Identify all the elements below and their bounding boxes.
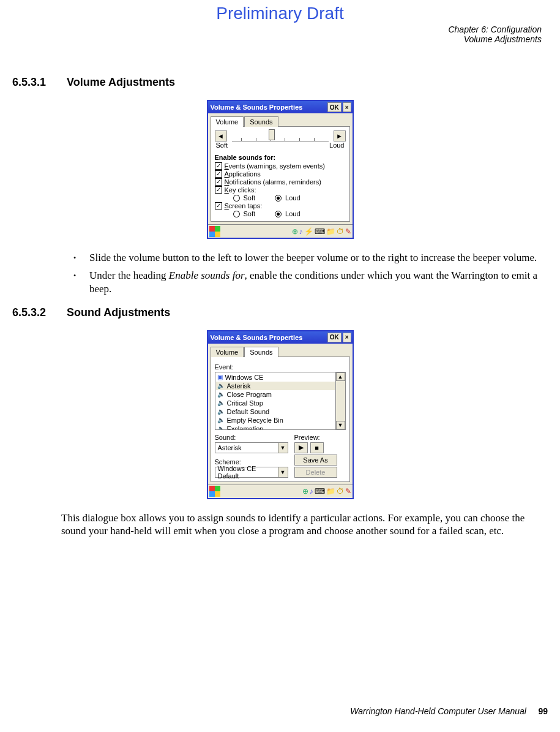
list-item-label: Asterisk bbox=[227, 382, 251, 390]
checkbox-taps-row[interactable]: ✓ Screen taps: bbox=[215, 202, 346, 209]
dialog-title-2: Volume & Sounds Properties bbox=[209, 334, 326, 341]
list-item[interactable]: 🔈Exclamation bbox=[216, 424, 335, 430]
program-icon: ▣ bbox=[217, 374, 223, 380]
tray-network-icon[interactable]: ⊕ bbox=[292, 227, 298, 236]
delete-button[interactable]: Delete bbox=[294, 467, 337, 478]
close-button[interactable]: × bbox=[343, 102, 351, 112]
tray-sound-icon[interactable]: ♪ bbox=[310, 487, 313, 496]
checkbox-events-label: Events (warnings, system events) bbox=[225, 162, 325, 170]
chevron-down-icon[interactable]: ▼ bbox=[278, 467, 288, 477]
tabs: Volume Sounds bbox=[208, 113, 353, 126]
checkbox-keys-row[interactable]: ✓ Key clicks: bbox=[215, 186, 346, 194]
bullet-2-text: Under the heading Enable sounds for, ena… bbox=[89, 270, 537, 294]
tray-clock-icon[interactable]: ⏱ bbox=[337, 227, 344, 236]
checkbox-taps[interactable]: ✓ bbox=[215, 202, 222, 209]
list-item[interactable]: 🔈Default Sound bbox=[216, 407, 335, 416]
event-listbox[interactable]: ▣Windows CE 🔈Asterisk 🔈Close Program 🔈Cr… bbox=[215, 372, 346, 430]
list-item[interactable]: 🔈Close Program bbox=[216, 390, 335, 399]
speaker-icon: 🔈 bbox=[217, 425, 225, 430]
list-item[interactable]: 🔈Empty Recycle Bin bbox=[216, 416, 335, 424]
bullet-1: • Slide the volume button to the left to… bbox=[73, 251, 548, 264]
system-tray[interactable]: ⊕ ♪ ⚡ ⌨ 📁 ⏱ ✎ bbox=[292, 227, 351, 236]
bullet-1-text: Slide the volume button to the left to l… bbox=[89, 252, 537, 263]
scheme-combo-value: Windows CE Default bbox=[215, 465, 278, 480]
page-footer: Warrington Hand-Held Computer User Manua… bbox=[12, 706, 548, 716]
volume-down-button[interactable]: ◄ bbox=[215, 130, 227, 141]
checkbox-keys[interactable]: ✓ bbox=[215, 186, 222, 194]
checkbox-notif-row[interactable]: ✓ Notifications (alarms, reminders) bbox=[215, 178, 346, 186]
tray-folder-icon[interactable]: 📁 bbox=[326, 227, 335, 236]
tray-keyboard-icon[interactable]: ⌨ bbox=[315, 487, 325, 496]
play-button[interactable]: ▶ bbox=[294, 442, 308, 453]
keys-loud-radio[interactable] bbox=[275, 195, 282, 202]
list-item-label: Windows CE bbox=[225, 374, 264, 381]
checkbox-apps[interactable]: ✓ bbox=[215, 170, 222, 178]
keys-loud-label: Loud bbox=[285, 194, 300, 202]
start-button-icon[interactable] bbox=[209, 226, 220, 237]
bullet-icon: • bbox=[73, 271, 76, 281]
volume-tab-body: ◄ ► Soft Loud Enable soun bbox=[211, 126, 350, 222]
volume-slider-row: ◄ ► bbox=[215, 130, 346, 141]
chevron-down-icon[interactable]: ▼ bbox=[278, 443, 288, 453]
stop-button[interactable]: ■ bbox=[310, 442, 324, 453]
listbox-scrollbar[interactable]: ▲ ▼ bbox=[335, 372, 345, 429]
tray-pen-icon[interactable]: ✎ bbox=[345, 487, 351, 496]
running-header: Chapter 6: Configuration Volume Adjustme… bbox=[448, 25, 542, 44]
save-as-button[interactable]: Save As bbox=[294, 455, 337, 466]
title-bar[interactable]: Volume & Sounds Properties OK × bbox=[208, 101, 353, 113]
volume-up-button[interactable]: ► bbox=[334, 130, 346, 141]
speaker-soft-icon: ◄ bbox=[217, 132, 224, 140]
tray-clock-icon[interactable]: ⏱ bbox=[337, 487, 344, 496]
label-soft: Soft bbox=[216, 141, 228, 149]
taskbar-2[interactable]: ⊕ ♪ ⌨ 📁 ⏱ ✎ bbox=[208, 485, 353, 498]
taps-loud-label: Loud bbox=[285, 210, 300, 217]
sound-combo[interactable]: Asterisk ▼ bbox=[215, 442, 288, 453]
tray-folder-icon[interactable]: 📁 bbox=[326, 487, 335, 496]
taps-loud-radio[interactable] bbox=[275, 211, 282, 217]
speaker-icon: 🔈 bbox=[217, 391, 225, 398]
section-number-2: 6.5.3.2 bbox=[12, 306, 64, 319]
tab-volume-2[interactable]: Volume bbox=[211, 347, 244, 357]
system-tray-2[interactable]: ⊕ ♪ ⌨ 📁 ⏱ ✎ bbox=[302, 487, 351, 496]
speaker-icon: 🔈 bbox=[217, 408, 225, 415]
scheme-combo[interactable]: Windows CE Default ▼ bbox=[215, 467, 288, 478]
volume-slider-thumb[interactable] bbox=[269, 129, 275, 140]
bullet-2: • Under the heading Enable sounds for, e… bbox=[73, 269, 548, 295]
checkbox-notif[interactable]: ✓ bbox=[215, 178, 222, 186]
close-button-2[interactable]: × bbox=[343, 333, 351, 342]
checkbox-events[interactable]: ✓ bbox=[215, 162, 222, 170]
list-item[interactable]: 🔈Critical Stop bbox=[216, 399, 335, 407]
list-item[interactable]: ▣Windows CE bbox=[216, 373, 335, 382]
start-button-icon[interactable] bbox=[209, 486, 220, 497]
tab-sounds[interactable]: Sounds bbox=[244, 116, 278, 127]
list-item[interactable]: 🔈Asterisk bbox=[216, 382, 335, 390]
watermark: Preliminary Draft bbox=[0, 4, 560, 23]
footer-manual-title: Warrington Hand-Held Computer User Manua… bbox=[350, 706, 526, 716]
event-label: Event: bbox=[215, 363, 346, 371]
play-icon: ▶ bbox=[299, 443, 304, 451]
slider-labels: Soft Loud bbox=[215, 141, 346, 149]
checkbox-keys-label: Key clicks: bbox=[225, 186, 256, 194]
ok-button[interactable]: OK bbox=[327, 102, 342, 112]
list-item-label: Exclamation bbox=[227, 425, 264, 430]
tab-sounds-2[interactable]: Sounds bbox=[244, 347, 278, 357]
sounds-properties-dialog: Volume & Sounds Properties OK × Volume S… bbox=[207, 330, 354, 499]
taps-soft-radio[interactable] bbox=[233, 211, 240, 217]
tray-network-icon[interactable]: ⊕ bbox=[302, 487, 308, 496]
tray-sound-icon[interactable]: ♪ bbox=[299, 227, 303, 236]
volume-slider[interactable] bbox=[232, 130, 329, 141]
tab-volume[interactable]: Volume bbox=[211, 116, 244, 127]
title-bar-2[interactable]: Volume & Sounds Properties OK × bbox=[208, 331, 353, 344]
ok-button-2[interactable]: OK bbox=[327, 333, 342, 342]
keys-soft-radio[interactable] bbox=[233, 195, 240, 202]
section-title-1: Volume Adjustments bbox=[67, 76, 175, 88]
tray-pen-icon[interactable]: ✎ bbox=[345, 227, 351, 236]
scroll-up-button[interactable]: ▲ bbox=[336, 372, 345, 381]
tray-power-icon[interactable]: ⚡ bbox=[304, 227, 313, 236]
taskbar[interactable]: ⊕ ♪ ⚡ ⌨ 📁 ⏱ ✎ bbox=[208, 224, 353, 238]
scroll-down-button[interactable]: ▼ bbox=[336, 421, 345, 429]
checkbox-events-row[interactable]: ✓ Events (warnings, system events) bbox=[215, 162, 346, 170]
tray-keyboard-icon[interactable]: ⌨ bbox=[315, 227, 325, 236]
speaker-icon: 🔈 bbox=[217, 399, 225, 406]
checkbox-apps-row[interactable]: ✓ Applications bbox=[215, 170, 346, 178]
